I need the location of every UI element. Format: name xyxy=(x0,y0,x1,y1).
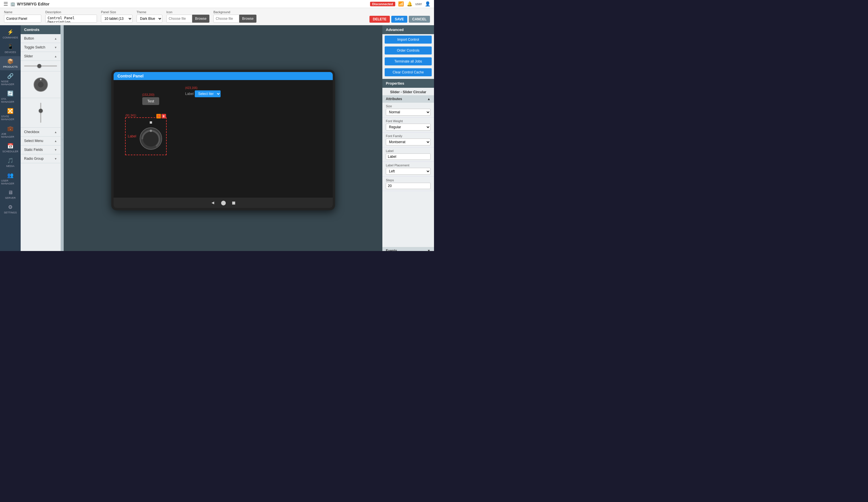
job-icon: 💼 xyxy=(7,125,13,132)
advanced-header: Advanced xyxy=(382,25,434,34)
back-button[interactable]: ◄ xyxy=(210,200,215,205)
events-label: Events xyxy=(386,249,397,251)
dropdown-select[interactable]: Select Item xyxy=(195,90,220,97)
sidebar-item-commands[interactable]: ⚡ COMMANDS xyxy=(0,27,21,41)
sidebar-item-ota-manager[interactable]: 🔄 OTA MANAGER xyxy=(0,88,21,105)
knob-svg-container xyxy=(138,120,164,152)
slider-chevron-icon: ▲ xyxy=(54,55,57,58)
description-input[interactable]: Control Panel Description xyxy=(45,14,97,23)
toggle-switch-chevron-icon: ▼ xyxy=(54,46,57,49)
sidebar-item-media[interactable]: 🎵 MEDIA xyxy=(0,155,21,170)
sidebar-item-scheduler[interactable]: 📅 SCHEDULER xyxy=(0,141,21,155)
form-bar: Name Description Control Panel Descripti… xyxy=(0,8,434,25)
label-input[interactable] xyxy=(386,153,431,160)
action-buttons: DELETE SAVE CANCEL xyxy=(370,16,430,23)
svg-point-5 xyxy=(150,130,152,132)
sidebar-item-settings[interactable]: ⚙ SETTINGS xyxy=(0,202,21,216)
dropdown-coords: (423,166) xyxy=(185,86,198,90)
background-group: Background Browse xyxy=(214,10,257,23)
theme-select[interactable]: Dark Blue xyxy=(136,14,162,23)
control-item-button[interactable]: Button ▲ xyxy=(21,34,61,43)
sidebar-item-node-manager[interactable]: 🔗 NODE MANAGER xyxy=(0,71,21,88)
home-button[interactable]: ⬤ xyxy=(221,200,226,205)
font-family-select[interactable]: Montserrat Arial Roboto xyxy=(386,139,431,145)
svg-point-2 xyxy=(40,79,42,80)
tablet-frame: Control Panel (153,200) Test (423,166) L… xyxy=(111,70,335,210)
font-weight-select[interactable]: Regular Bold xyxy=(386,124,431,131)
bell-icon[interactable]: 🔔 xyxy=(407,1,413,7)
background-file-input[interactable] xyxy=(214,14,239,23)
knob-dot-indicator xyxy=(138,120,164,124)
knob-label: Label xyxy=(128,134,136,138)
signal-icon: 📶 xyxy=(398,1,404,7)
canvas-area: Control Panel (153,200) Test (423,166) L… xyxy=(64,25,382,251)
circular-coords: (91,341) xyxy=(126,114,136,117)
terminate-jobs-button[interactable]: Terminate all Jobs xyxy=(385,58,432,65)
radio-group-chevron-icon: ▼ xyxy=(54,157,57,160)
properties-subtitle: Slider - Slider Circular xyxy=(382,88,434,95)
button-widget-label[interactable]: Test xyxy=(142,97,159,105)
icon-file-input[interactable] xyxy=(166,14,192,23)
edit-delete-icon[interactable]: 🗑 xyxy=(162,114,166,119)
size-select[interactable]: Normal Small Large xyxy=(386,109,431,116)
main-layout: ⚡ COMMANDS 📱 DEVICES 📦 PRODUCTS 🔗 NODE M… xyxy=(0,25,434,251)
control-item-slider[interactable]: Slider ▲ xyxy=(21,52,61,61)
static-fields-label: Static Fields xyxy=(24,148,43,152)
header-right: Disconnected 📶 🔔 user 👤 xyxy=(370,1,431,7)
tablet-content[interactable]: (153,200) Test (423,166) Label Select It… xyxy=(114,80,333,198)
slider-horizontal-preview xyxy=(21,61,61,71)
button-label: Button xyxy=(24,37,34,40)
control-item-select-menu[interactable]: Select Menu ▲ xyxy=(21,136,61,145)
control-item-toggle-switch[interactable]: Toggle Switch ▼ xyxy=(21,43,61,52)
events-bar[interactable]: Events ▼ xyxy=(382,247,434,251)
circular-slider-widget[interactable]: 📌 🗑 (91,341) Label xyxy=(125,117,167,155)
node-icon: 🔗 xyxy=(7,73,13,79)
steps-input[interactable] xyxy=(386,183,431,189)
edit-pin-icon[interactable]: 📌 xyxy=(156,114,161,119)
static-fields-chevron-icon: ▼ xyxy=(54,148,57,152)
sidebar-item-server[interactable]: 🖥 SERVER xyxy=(0,188,21,201)
panel-size-group: Panel Size 10 tablet (13 xyxy=(101,10,133,23)
top-header: ☰ 🏢 WYSIWYG Editor Disconnected 📶 🔔 user… xyxy=(0,0,434,8)
ota-label: OTA MANAGER xyxy=(1,98,20,103)
commands-icon: ⚡ xyxy=(7,29,13,35)
sidebar-item-job-manager[interactable]: 💼 JOB MANAGER xyxy=(0,123,21,140)
icon-browse-button[interactable]: Browse xyxy=(192,14,209,23)
label-placement-select[interactable]: Left Right Top Bottom xyxy=(386,168,431,175)
sidebar-item-state-manager[interactable]: 🔀 STATE MANAGER xyxy=(0,106,21,123)
control-item-radio-group[interactable]: Radio Group ▼ xyxy=(21,154,61,163)
button-coords: (153,200) xyxy=(142,93,155,96)
cancel-button[interactable]: CANCEL xyxy=(409,16,430,23)
font-weight-label: Font Weight xyxy=(386,119,431,123)
select-menu-label: Select Menu xyxy=(24,139,43,143)
button-chevron-icon: ▲ xyxy=(54,37,57,40)
icon-file-group: Browse xyxy=(166,14,209,23)
sidebar-item-devices[interactable]: 📱 DEVICES xyxy=(0,42,21,56)
attributes-bar[interactable]: Attributes ▲ xyxy=(382,95,434,103)
save-button[interactable]: SAVE xyxy=(391,16,407,23)
import-control-button[interactable]: Import Control xyxy=(385,35,432,44)
sidebar-item-products[interactable]: 📦 PRODUCTS xyxy=(0,56,21,70)
name-input[interactable] xyxy=(4,14,41,23)
user-icon[interactable]: 👤 xyxy=(425,1,431,7)
settings-icon: ⚙ xyxy=(8,204,13,210)
background-browse-button[interactable]: Browse xyxy=(239,14,257,23)
label-prop-label: Label xyxy=(386,149,431,153)
control-item-static-fields[interactable]: Static Fields ▼ xyxy=(21,145,61,154)
description-label: Description xyxy=(45,10,97,14)
devices-icon: 📱 xyxy=(7,44,13,50)
scheduler-label: SCHEDULER xyxy=(2,150,18,153)
resize-handle[interactable]: ⋮ xyxy=(61,25,64,251)
control-item-checkbox[interactable]: Checkbox ▲ xyxy=(21,127,61,136)
clear-cache-button[interactable]: Clear Control Cache xyxy=(385,68,432,76)
delete-button[interactable]: DELETE xyxy=(370,16,390,23)
server-label: SERVER xyxy=(5,196,16,199)
square-button[interactable]: ◼ xyxy=(232,200,236,205)
panel-size-select[interactable]: 10 tablet (13 xyxy=(101,14,133,23)
slider-label: Slider xyxy=(24,54,33,58)
attributes-label: Attributes xyxy=(386,97,402,101)
steps-row: Steps xyxy=(382,177,434,191)
order-controls-button[interactable]: Order Controls xyxy=(385,47,432,54)
hamburger-icon[interactable]: ☰ xyxy=(3,1,8,7)
sidebar-item-user-manager[interactable]: 👥 USER MANAGER xyxy=(0,170,21,187)
